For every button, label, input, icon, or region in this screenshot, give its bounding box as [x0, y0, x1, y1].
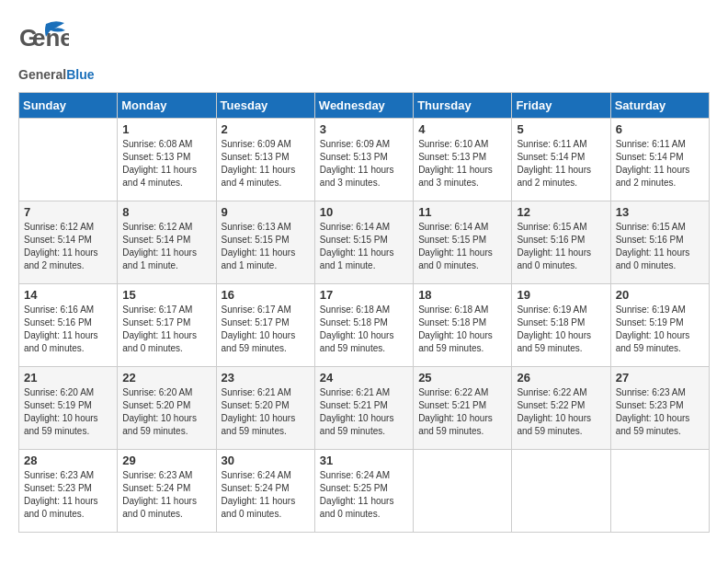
week-row-4: 21Sunrise: 6:20 AMSunset: 5:19 PMDayligh…: [19, 367, 710, 450]
day-number: 30: [222, 454, 310, 467]
cell-info: Sunrise: 6:23 AMSunset: 5:23 PMDaylight:…: [24, 469, 112, 521]
day-header-thursday: Thursday: [414, 93, 512, 119]
day-number: 13: [616, 205, 704, 219]
day-number: 26: [517, 371, 605, 385]
day-number: 15: [122, 288, 210, 302]
day-number: 4: [418, 122, 506, 136]
cell-info: Sunrise: 6:11 AMSunset: 5:14 PMDaylight:…: [517, 138, 605, 190]
cell-info: Sunrise: 6:09 AMSunset: 5:13 PMDaylight:…: [320, 138, 408, 190]
cell-info: Sunrise: 6:20 AMSunset: 5:20 PMDaylight:…: [122, 386, 210, 438]
day-number: 14: [24, 288, 112, 302]
day-number: 1: [122, 122, 210, 136]
cell-info: Sunrise: 6:08 AMSunset: 5:13 PMDaylight:…: [122, 138, 210, 190]
cell-info: Sunrise: 6:19 AMSunset: 5:19 PMDaylight:…: [616, 304, 704, 355]
day-header-wednesday: Wednesday: [314, 93, 413, 119]
calendar-cell: [610, 450, 709, 533]
calendar-body: 1Sunrise: 6:08 AMSunset: 5:13 PMDaylight…: [19, 119, 710, 533]
logo: G eneral GeneralBlue: [18, 18, 94, 83]
calendar-cell: 2Sunrise: 6:09 AMSunset: 5:13 PMDaylight…: [216, 119, 314, 201]
cell-info: Sunrise: 6:10 AMSunset: 5:13 PMDaylight:…: [418, 138, 506, 190]
calendar-cell: 14Sunrise: 6:16 AMSunset: 5:16 PMDayligh…: [19, 284, 118, 367]
calendar-cell: 9Sunrise: 6:13 AMSunset: 5:15 PMDaylight…: [216, 201, 314, 284]
day-number: 22: [122, 371, 210, 385]
calendar-header: SundayMondayTuesdayWednesdayThursdayFrid…: [19, 93, 710, 119]
calendar-cell: [512, 450, 610, 533]
calendar-table: SundayMondayTuesdayWednesdayThursdayFrid…: [18, 92, 710, 533]
calendar-cell: 21Sunrise: 6:20 AMSunset: 5:19 PMDayligh…: [19, 367, 118, 450]
calendar-cell: 20Sunrise: 6:19 AMSunset: 5:19 PMDayligh…: [610, 284, 709, 367]
cell-info: Sunrise: 6:15 AMSunset: 5:16 PMDaylight:…: [517, 221, 605, 272]
day-number: 16: [222, 288, 310, 302]
week-row-5: 28Sunrise: 6:23 AMSunset: 5:23 PMDayligh…: [19, 450, 710, 533]
logo-svg: G eneral: [18, 18, 69, 63]
calendar-cell: 7Sunrise: 6:12 AMSunset: 5:14 PMDaylight…: [19, 201, 118, 284]
calendar-cell: 22Sunrise: 6:20 AMSunset: 5:20 PMDayligh…: [118, 367, 216, 450]
calendar-cell: 29Sunrise: 6:23 AMSunset: 5:24 PMDayligh…: [118, 450, 216, 533]
day-number: 23: [222, 371, 310, 385]
cell-info: Sunrise: 6:21 AMSunset: 5:21 PMDaylight:…: [320, 386, 408, 438]
calendar-cell: [414, 450, 512, 533]
calendar-cell: 28Sunrise: 6:23 AMSunset: 5:23 PMDayligh…: [19, 450, 118, 533]
calendar-cell: 11Sunrise: 6:14 AMSunset: 5:15 PMDayligh…: [414, 201, 512, 284]
day-header-saturday: Saturday: [610, 93, 709, 119]
day-header-monday: Monday: [118, 93, 216, 119]
cell-info: Sunrise: 6:23 AMSunset: 5:23 PMDaylight:…: [616, 386, 704, 438]
calendar-cell: 12Sunrise: 6:15 AMSunset: 5:16 PMDayligh…: [512, 201, 610, 284]
calendar-cell: 10Sunrise: 6:14 AMSunset: 5:15 PMDayligh…: [314, 201, 413, 284]
calendar-cell: 30Sunrise: 6:24 AMSunset: 5:24 PMDayligh…: [216, 450, 314, 533]
day-number: 25: [418, 371, 506, 385]
calendar-cell: 18Sunrise: 6:18 AMSunset: 5:18 PMDayligh…: [414, 284, 512, 367]
cell-info: Sunrise: 6:13 AMSunset: 5:15 PMDaylight:…: [222, 221, 310, 272]
calendar-cell: 5Sunrise: 6:11 AMSunset: 5:14 PMDaylight…: [512, 119, 610, 201]
day-number: 8: [122, 205, 210, 219]
calendar-cell: 27Sunrise: 6:23 AMSunset: 5:23 PMDayligh…: [610, 367, 709, 450]
cell-info: Sunrise: 6:21 AMSunset: 5:20 PMDaylight:…: [222, 386, 310, 438]
cell-info: Sunrise: 6:17 AMSunset: 5:17 PMDaylight:…: [122, 304, 210, 355]
calendar-cell: 24Sunrise: 6:21 AMSunset: 5:21 PMDayligh…: [314, 367, 413, 450]
calendar-cell: 17Sunrise: 6:18 AMSunset: 5:18 PMDayligh…: [314, 284, 413, 367]
day-number: 18: [418, 288, 506, 302]
cell-info: Sunrise: 6:18 AMSunset: 5:18 PMDaylight:…: [418, 304, 506, 355]
day-number: 5: [517, 122, 605, 136]
calendar-cell: 15Sunrise: 6:17 AMSunset: 5:17 PMDayligh…: [118, 284, 216, 367]
calendar-cell: 4Sunrise: 6:10 AMSunset: 5:13 PMDaylight…: [414, 119, 512, 201]
day-number: 20: [616, 288, 704, 302]
cell-info: Sunrise: 6:15 AMSunset: 5:16 PMDaylight:…: [616, 221, 704, 272]
cell-info: Sunrise: 6:17 AMSunset: 5:17 PMDaylight:…: [222, 304, 310, 355]
cell-info: Sunrise: 6:12 AMSunset: 5:14 PMDaylight:…: [122, 221, 210, 272]
day-number: 3: [320, 122, 408, 136]
calendar-cell: 6Sunrise: 6:11 AMSunset: 5:14 PMDaylight…: [610, 119, 709, 201]
week-row-3: 14Sunrise: 6:16 AMSunset: 5:16 PMDayligh…: [19, 284, 710, 367]
day-number: 6: [616, 122, 704, 136]
day-header-tuesday: Tuesday: [216, 93, 314, 119]
cell-info: Sunrise: 6:11 AMSunset: 5:14 PMDaylight:…: [616, 138, 704, 190]
day-number: 12: [517, 205, 605, 219]
logo-label: GeneralBlue: [18, 67, 94, 82]
calendar-cell: 16Sunrise: 6:17 AMSunset: 5:17 PMDayligh…: [216, 284, 314, 367]
day-header-friday: Friday: [512, 93, 610, 119]
cell-info: Sunrise: 6:14 AMSunset: 5:15 PMDaylight:…: [320, 221, 408, 272]
calendar-cell: 19Sunrise: 6:19 AMSunset: 5:18 PMDayligh…: [512, 284, 610, 367]
day-header-sunday: Sunday: [19, 93, 118, 119]
cell-info: Sunrise: 6:18 AMSunset: 5:18 PMDaylight:…: [320, 304, 408, 355]
day-header-row: SundayMondayTuesdayWednesdayThursdayFrid…: [19, 93, 710, 119]
cell-info: Sunrise: 6:20 AMSunset: 5:19 PMDaylight:…: [24, 386, 112, 438]
day-number: 29: [122, 454, 210, 467]
cell-info: Sunrise: 6:24 AMSunset: 5:25 PMDaylight:…: [320, 469, 408, 521]
day-number: 27: [616, 371, 704, 385]
day-number: 31: [320, 454, 408, 467]
cell-info: Sunrise: 6:19 AMSunset: 5:18 PMDaylight:…: [517, 304, 605, 355]
week-row-2: 7Sunrise: 6:12 AMSunset: 5:14 PMDaylight…: [19, 201, 710, 284]
cell-info: Sunrise: 6:16 AMSunset: 5:16 PMDaylight:…: [24, 304, 112, 355]
day-number: 7: [24, 205, 112, 219]
cell-info: Sunrise: 6:24 AMSunset: 5:24 PMDaylight:…: [222, 469, 310, 521]
cell-info: Sunrise: 6:22 AMSunset: 5:21 PMDaylight:…: [418, 386, 506, 438]
calendar-cell: 23Sunrise: 6:21 AMSunset: 5:20 PMDayligh…: [216, 367, 314, 450]
calendar-cell: 31Sunrise: 6:24 AMSunset: 5:25 PMDayligh…: [314, 450, 413, 533]
day-number: 28: [24, 454, 112, 467]
calendar-cell: [19, 119, 118, 201]
day-number: 19: [517, 288, 605, 302]
calendar-cell: 25Sunrise: 6:22 AMSunset: 5:21 PMDayligh…: [414, 367, 512, 450]
day-number: 9: [222, 205, 310, 219]
cell-info: Sunrise: 6:23 AMSunset: 5:24 PMDaylight:…: [122, 469, 210, 521]
